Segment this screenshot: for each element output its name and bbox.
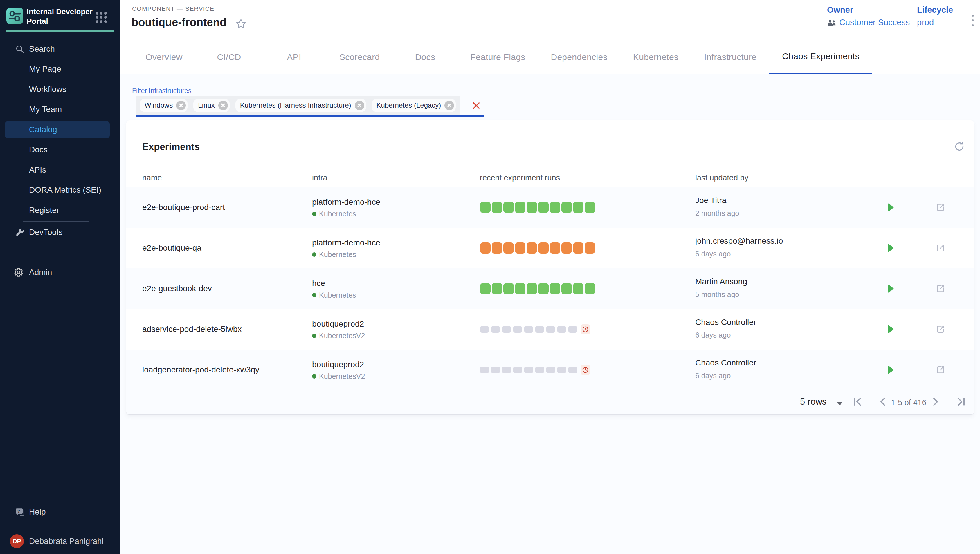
run-indicator[interactable] xyxy=(515,283,525,294)
run-indicator[interactable] xyxy=(573,242,584,253)
open-experiment-icon[interactable] xyxy=(935,365,945,375)
tab-docs[interactable]: Docs xyxy=(393,40,458,74)
run-experiment-button[interactable] xyxy=(888,244,894,252)
experiment-name[interactable]: loadgenerator-pod-delete-xw3qy xyxy=(142,350,259,390)
run-indicator[interactable] xyxy=(585,202,595,213)
run-indicator[interactable] xyxy=(503,283,514,294)
open-experiment-icon[interactable] xyxy=(935,202,945,212)
infra-status-dot xyxy=(312,252,316,257)
run-indicator[interactable] xyxy=(527,283,537,294)
run-indicator[interactable] xyxy=(550,202,560,213)
filter-infrastructures-link[interactable]: Filter Infrastructures xyxy=(132,87,192,95)
sidebar-item-register[interactable]: Register xyxy=(0,200,120,220)
sidebar-item-dora-metrics-sei-[interactable]: DORA Metrics (SEI) xyxy=(0,180,120,201)
sidebar-item-workflows[interactable]: Workflows xyxy=(0,79,120,99)
sidebar-user[interactable]: DP Debabrata Panigrahi xyxy=(0,533,120,549)
run-indicator[interactable] xyxy=(550,242,560,253)
experiment-name[interactable]: e2e-boutique-qa xyxy=(142,228,201,268)
sidebar-item-apis[interactable]: APIs xyxy=(0,160,120,180)
sidebar-item-help[interactable]: ? Help xyxy=(0,502,120,522)
experiment-name[interactable]: adservice-pod-delete-5lwbx xyxy=(142,309,241,350)
run-indicator[interactable] xyxy=(573,283,584,294)
run-experiment-button[interactable] xyxy=(888,284,894,293)
run-indicator[interactable] xyxy=(585,283,595,294)
run-indicator[interactable] xyxy=(527,242,537,253)
tab-overview[interactable]: Overview xyxy=(131,40,196,74)
chip-remove-icon[interactable] xyxy=(176,101,186,110)
page-header: COMPONENT — SERVICE boutique-frontend Ow… xyxy=(120,0,980,74)
filter-chip[interactable]: Kubernetes (Harness Infrastructure) xyxy=(235,99,366,112)
run-indicator-empty xyxy=(480,367,489,373)
run-indicator[interactable] xyxy=(562,202,572,213)
run-indicator[interactable] xyxy=(480,242,491,253)
col-updated: last updated by xyxy=(695,174,749,182)
run-indicator[interactable] xyxy=(527,202,537,213)
run-indicator[interactable] xyxy=(515,242,525,253)
rows-per-page[interactable]: 5 rows xyxy=(800,396,827,407)
tab-api[interactable]: API xyxy=(262,40,327,74)
sidebar-item-catalog[interactable]: Catalog xyxy=(0,119,120,140)
refresh-icon[interactable] xyxy=(954,141,965,152)
sidebar-item-my-page[interactable]: My Page xyxy=(0,59,120,80)
open-experiment-icon[interactable] xyxy=(935,284,945,293)
tab-kubernetes[interactable]: Kubernetes xyxy=(620,40,691,74)
run-indicator[interactable] xyxy=(503,242,514,253)
run-indicator[interactable] xyxy=(562,242,572,253)
more-menu-icon[interactable] xyxy=(967,11,978,30)
rows-per-page-caret-icon[interactable] xyxy=(837,402,843,406)
apps-grid-icon[interactable] xyxy=(96,12,107,23)
filter-chip[interactable]: Kubernetes (Legacy) xyxy=(372,99,456,112)
chip-remove-icon[interactable] xyxy=(444,101,454,110)
run-indicator[interactable] xyxy=(538,242,549,253)
filter-chip[interactable]: Linux xyxy=(193,99,229,112)
chip-remove-icon[interactable] xyxy=(218,101,228,110)
sidebar-item-docs[interactable]: Docs xyxy=(0,140,120,160)
next-page-icon[interactable] xyxy=(927,394,943,409)
run-indicator[interactable] xyxy=(573,202,584,213)
sidebar-item-search[interactable]: Search xyxy=(0,39,120,59)
run-indicator[interactable] xyxy=(538,202,549,213)
run-indicator[interactable] xyxy=(492,202,502,213)
run-indicator[interactable] xyxy=(492,283,502,294)
run-indicator[interactable] xyxy=(562,283,572,294)
run-indicator[interactable] xyxy=(515,202,525,213)
run-indicator-empty xyxy=(502,326,511,333)
tab-feature-flags[interactable]: Feature Flags xyxy=(458,40,538,74)
first-page-icon[interactable] xyxy=(851,394,866,409)
owner-value[interactable]: Customer Success xyxy=(839,18,910,27)
run-indicator[interactable] xyxy=(550,283,560,294)
sidebar-item-my-team[interactable]: My Team xyxy=(0,99,120,120)
help-chat-icon: ? xyxy=(15,507,25,517)
favorite-star-icon[interactable] xyxy=(235,18,246,29)
tab-scorecard[interactable]: Scorecard xyxy=(327,40,393,74)
last-page-icon[interactable] xyxy=(953,394,968,409)
run-indicator[interactable] xyxy=(480,283,491,294)
run-experiment-button[interactable] xyxy=(888,366,894,374)
chip-remove-icon[interactable] xyxy=(355,101,364,110)
sidebar-item-admin[interactable]: Admin xyxy=(0,262,120,282)
sidebar: Internal Developer Portal SearchMy PageW… xyxy=(0,0,120,554)
tab-infrastructure[interactable]: Infrastructure xyxy=(691,40,769,74)
avatar: DP xyxy=(10,534,24,548)
experiment-name[interactable]: e2e-boutique-prod-cart xyxy=(142,187,225,228)
tab-ci-cd[interactable]: CI/CD xyxy=(196,40,262,74)
run-experiment-button[interactable] xyxy=(888,325,894,334)
table-row: loadgenerator-pod-delete-xw3qyboutiquepr… xyxy=(126,350,974,390)
sidebar-item-devtools[interactable]: DevTools xyxy=(0,223,120,243)
breadcrumb: COMPONENT — SERVICE xyxy=(132,5,214,12)
tab-dependencies[interactable]: Dependencies xyxy=(538,40,620,74)
open-experiment-icon[interactable] xyxy=(935,324,945,334)
clear-filters-icon[interactable] xyxy=(472,101,481,110)
filter-chip[interactable]: Windows xyxy=(140,99,188,112)
run-indicator[interactable] xyxy=(538,283,549,294)
run-experiment-button[interactable] xyxy=(888,203,894,212)
run-indicator[interactable] xyxy=(503,202,514,213)
run-indicator[interactable] xyxy=(492,242,502,253)
tab-chaos-experiments[interactable]: Chaos Experiments xyxy=(769,40,872,74)
experiment-name[interactable]: e2e-guestbook-dev xyxy=(142,268,212,309)
run-indicator[interactable] xyxy=(585,242,595,253)
app-logo-icon[interactable] xyxy=(6,8,23,24)
run-indicator[interactable] xyxy=(480,202,491,213)
infra-name: boutiqueprod2 xyxy=(312,319,364,329)
open-experiment-icon[interactable] xyxy=(935,243,945,253)
